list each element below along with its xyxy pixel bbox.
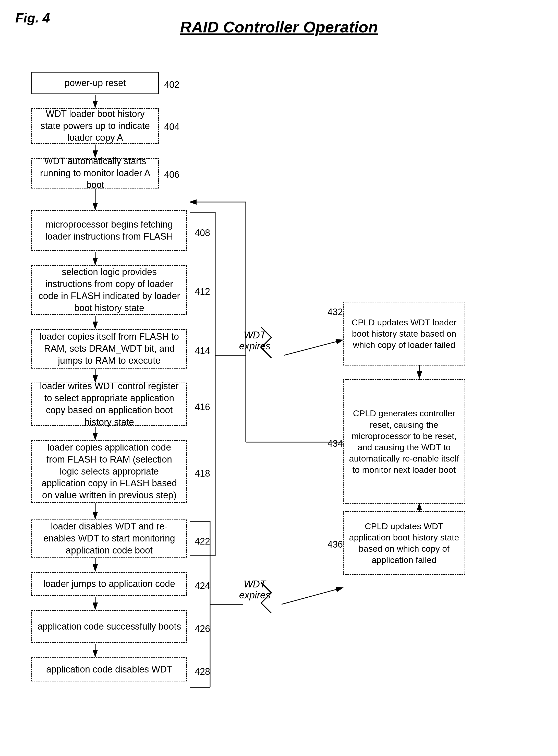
box-402: power-up reset — [31, 72, 159, 94]
box-414-label: loader copies itself from FLASH to RAM, … — [37, 331, 181, 366]
box-436-label: CPLD updates WDT application boot histor… — [349, 520, 459, 566]
box-422-label: loader disables WDT and re-enables WDT t… — [37, 520, 181, 556]
step-402: 402 — [164, 79, 179, 90]
box-428: application code disables WDT — [31, 657, 187, 681]
step-436: 436 — [328, 539, 343, 550]
step-418: 418 — [195, 468, 210, 479]
wdt-expires-2: WDTexpires — [238, 579, 271, 601]
box-428-label: application code disables WDT — [46, 663, 172, 676]
box-402-label: power-up reset — [65, 77, 126, 89]
step-426: 426 — [195, 624, 210, 634]
box-412: selection logic provides instructions fr… — [31, 265, 187, 315]
box-436: CPLD updates WDT application boot histor… — [343, 511, 465, 575]
fig-label: Fig. 4 — [15, 10, 50, 26]
box-418-label: loader copies application code from FLAS… — [37, 442, 181, 502]
box-434: CPLD generates controller reset, causing… — [343, 379, 465, 504]
svg-line-22 — [282, 588, 343, 604]
box-414: loader copies itself from FLASH to RAM, … — [31, 329, 187, 369]
step-422: 422 — [195, 536, 210, 547]
box-404: WDT loader boot history state powers up … — [31, 108, 159, 144]
step-424: 424 — [195, 581, 210, 591]
box-422: loader disables WDT and re-enables WDT t… — [31, 519, 187, 558]
page-title: RAID Controller Operation — [10, 18, 548, 36]
step-408: 408 — [195, 227, 210, 238]
box-426: application code successfully boots — [31, 610, 187, 643]
step-404: 404 — [164, 122, 179, 132]
box-416: loader writes WDT control register to se… — [31, 383, 187, 426]
box-432-label: CPLD updates WDT loader boot history sta… — [349, 317, 459, 351]
box-418: loader copies application code from FLAS… — [31, 440, 187, 503]
box-408: microprocessor begins fetching loader in… — [31, 210, 187, 251]
box-426-label: application code successfully boots — [37, 620, 181, 633]
box-432: CPLD updates WDT loader boot history sta… — [343, 302, 465, 365]
box-408-label: microprocessor begins fetching loader in… — [37, 219, 181, 243]
wdt-expires-1: WDTexpires — [238, 330, 271, 352]
step-432: 432 — [328, 307, 343, 317]
step-416: 416 — [195, 402, 210, 413]
box-416-label: loader writes WDT control register to se… — [37, 380, 181, 428]
box-424: loader jumps to application code — [31, 572, 187, 596]
step-412: 412 — [195, 286, 210, 297]
box-404-label: WDT loader boot history state powers up … — [37, 108, 153, 144]
box-434-label: CPLD generates controller reset, causing… — [349, 408, 459, 475]
step-428: 428 — [195, 666, 210, 677]
step-434: 434 — [328, 438, 343, 449]
box-424-label: loader jumps to application code — [43, 578, 175, 590]
step-414: 414 — [195, 346, 210, 356]
box-406: WDT automatically starts running to moni… — [31, 158, 159, 189]
step-406: 406 — [164, 169, 179, 180]
box-412-label: selection logic provides instructions fr… — [37, 266, 181, 314]
svg-line-17 — [284, 340, 343, 355]
box-406-label: WDT automatically starts running to moni… — [37, 155, 153, 191]
